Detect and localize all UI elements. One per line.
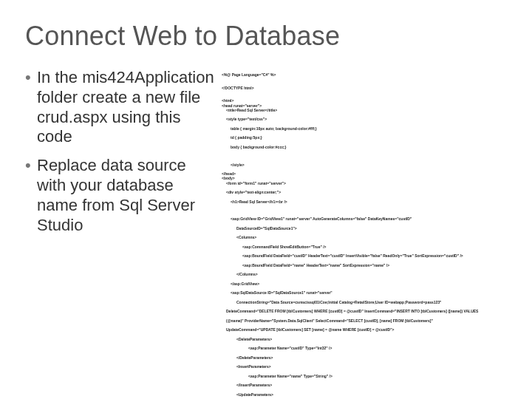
- code-line: <body>: [222, 176, 235, 180]
- code-line: <Columns>: [222, 235, 507, 239]
- code-line: </DeleteParameters>: [222, 355, 507, 360]
- code-line: <form id="form1" runat="server">: [222, 181, 507, 185]
- code-line: <style type="text/css">: [222, 117, 507, 121]
- code-line: </style>: [222, 163, 507, 167]
- code-line: <html>: [222, 98, 233, 103]
- code-line: <%@ Page Language="C#" %>: [222, 72, 276, 77]
- code-line: <asp:BoundField DataField="custID" Heade…: [222, 253, 507, 258]
- code-line: </head>: [222, 171, 236, 176]
- code-line: <asp:Parameter Name="name" Type="String"…: [222, 374, 507, 378]
- left-column: In the mis424Application folder create a…: [25, 68, 217, 245]
- slide-title: Connect Web to Database: [25, 21, 507, 52]
- code-line: DeleteCommand="DELETE FROM [tblCustomers…: [222, 309, 507, 313]
- code-line: <DeleteParameters>: [222, 337, 507, 341]
- code-line: </asp:GridView>: [222, 282, 507, 286]
- slide: Connect Web to Database In the mis424App…: [0, 0, 532, 399]
- code-line: <!DOCTYPE html>: [222, 86, 254, 90]
- right-column: <%@ Page Language="C#" %> <!DOCTYPE html…: [217, 68, 507, 399]
- code-line: <asp:CommandField ShowEditButton="True" …: [222, 245, 507, 249]
- code-block: <%@ Page Language="C#" %> <!DOCTYPE html…: [222, 68, 507, 399]
- code-line: td { padding:5px;}: [222, 135, 507, 140]
- code-line: DataSourceID="SqlDataSource1">: [222, 226, 507, 231]
- code-line: <asp:BoundField DataField="name" HeaderT…: [222, 263, 507, 267]
- code-line: <head runat="server">: [222, 103, 262, 108]
- code-line: <title>Read Sql Server</title>: [222, 108, 507, 112]
- bullet-item: In the mis424Application folder create a…: [25, 68, 217, 147]
- code-line: (@name)" ProviderName="System.Data.SqlCl…: [222, 318, 507, 323]
- code-line: <div style="text-align:center;">: [222, 190, 507, 194]
- code-line: <asp:GridView ID="GridView1" runat="serv…: [222, 216, 507, 221]
- code-line: body { background-color:#ccc;}: [222, 145, 507, 149]
- code-line: <asp:Parameter Name="custID" Type="Int32…: [222, 346, 507, 350]
- code-line: </InsertParameters>: [222, 383, 507, 387]
- code-line: <asp:SqlDataSource ID="SqlDataSource1" r…: [222, 290, 507, 295]
- bullet-item: Replace data source with your database n…: [25, 156, 217, 235]
- code-line: table { margin:10px auto; background-col…: [222, 126, 507, 131]
- code-line: </Columns>: [222, 272, 507, 276]
- code-line: <UpdateParameters>: [222, 392, 507, 397]
- content-columns: In the mis424Application folder create a…: [25, 68, 507, 399]
- code-line: <h1>Read Sql Server</h1><br />: [222, 200, 507, 204]
- code-line: UpdateCommand="UPDATE [tblCustomers] SET…: [222, 327, 507, 332]
- code-line: ConnectionString="Data Source=csmscissql…: [222, 300, 507, 304]
- bullet-list: In the mis424Application folder create a…: [25, 68, 217, 236]
- code-line: <InsertParameters>: [222, 364, 507, 369]
